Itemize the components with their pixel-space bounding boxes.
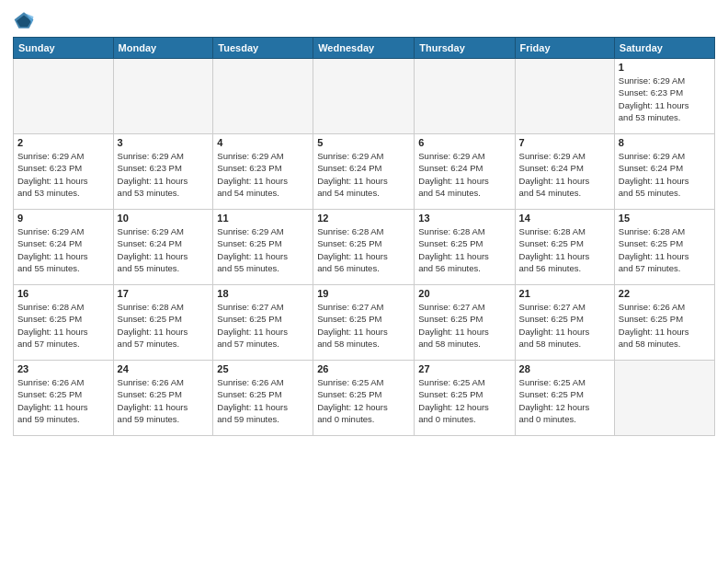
calendar-cell: 24Sunrise: 6:26 AM Sunset: 6:25 PM Dayli…	[113, 361, 213, 436]
calendar-table: Sunday Monday Tuesday Wednesday Thursday…	[13, 37, 715, 436]
calendar-cell: 3Sunrise: 6:29 AM Sunset: 6:23 PM Daylig…	[113, 134, 213, 210]
col-thursday: Thursday	[415, 38, 515, 59]
day-info: Sunrise: 6:25 AM Sunset: 6:25 PM Dayligh…	[418, 376, 510, 425]
day-info: Sunrise: 6:26 AM Sunset: 6:25 PM Dayligh…	[17, 376, 109, 425]
logo-icon	[13, 9, 35, 31]
calendar-cell: 10Sunrise: 6:29 AM Sunset: 6:24 PM Dayli…	[113, 210, 213, 285]
calendar-cell: 14Sunrise: 6:28 AM Sunset: 6:25 PM Dayli…	[515, 210, 614, 285]
day-number: 9	[17, 213, 109, 224]
day-info: Sunrise: 6:29 AM Sunset: 6:24 PM Dayligh…	[118, 225, 210, 274]
day-info: Sunrise: 6:28 AM Sunset: 6:25 PM Dayligh…	[519, 225, 610, 274]
calendar-cell	[14, 59, 114, 134]
calendar-cell: 4Sunrise: 6:29 AM Sunset: 6:23 PM Daylig…	[213, 134, 313, 210]
day-info: Sunrise: 6:26 AM Sunset: 6:25 PM Dayligh…	[118, 376, 210, 425]
day-number: 3	[118, 137, 210, 148]
header	[13, 9, 715, 31]
day-number: 27	[418, 363, 510, 374]
day-info: Sunrise: 6:27 AM Sunset: 6:25 PM Dayligh…	[317, 301, 410, 350]
calendar-page: Sunday Monday Tuesday Wednesday Thursday…	[0, 0, 728, 563]
calendar-cell	[415, 59, 515, 134]
calendar-cell: 9Sunrise: 6:29 AM Sunset: 6:24 PM Daylig…	[14, 210, 114, 285]
day-number: 20	[418, 288, 510, 299]
day-number: 22	[619, 288, 711, 299]
calendar-cell: 18Sunrise: 6:27 AM Sunset: 6:25 PM Dayli…	[213, 285, 313, 361]
calendar-cell: 2Sunrise: 6:29 AM Sunset: 6:23 PM Daylig…	[14, 134, 114, 210]
calendar-cell: 5Sunrise: 6:29 AM Sunset: 6:24 PM Daylig…	[313, 134, 415, 210]
calendar-week-row: 16Sunrise: 6:28 AM Sunset: 6:25 PM Dayli…	[14, 285, 715, 361]
day-info: Sunrise: 6:28 AM Sunset: 6:25 PM Dayligh…	[317, 225, 410, 274]
day-info: Sunrise: 6:29 AM Sunset: 6:25 PM Dayligh…	[217, 225, 309, 274]
calendar-cell: 8Sunrise: 6:29 AM Sunset: 6:24 PM Daylig…	[614, 134, 714, 210]
day-info: Sunrise: 6:28 AM Sunset: 6:25 PM Dayligh…	[619, 225, 711, 274]
col-tuesday: Tuesday	[213, 38, 313, 59]
calendar-cell: 27Sunrise: 6:25 AM Sunset: 6:25 PM Dayli…	[415, 361, 515, 436]
calendar-week-row: 23Sunrise: 6:26 AM Sunset: 6:25 PM Dayli…	[14, 361, 715, 436]
day-number: 1	[619, 62, 711, 73]
day-info: Sunrise: 6:29 AM Sunset: 6:24 PM Dayligh…	[17, 225, 109, 274]
calendar-week-row: 2Sunrise: 6:29 AM Sunset: 6:23 PM Daylig…	[14, 134, 715, 210]
calendar-cell: 6Sunrise: 6:29 AM Sunset: 6:24 PM Daylig…	[415, 134, 515, 210]
day-info: Sunrise: 6:29 AM Sunset: 6:23 PM Dayligh…	[619, 75, 711, 123]
day-info: Sunrise: 6:29 AM Sunset: 6:23 PM Dayligh…	[17, 150, 109, 199]
day-number: 12	[317, 213, 410, 224]
day-number: 14	[519, 213, 610, 224]
calendar-cell: 25Sunrise: 6:26 AM Sunset: 6:25 PM Dayli…	[213, 361, 313, 436]
day-number: 18	[217, 288, 309, 299]
day-number: 28	[519, 363, 610, 374]
day-number: 2	[17, 137, 109, 148]
day-number: 8	[619, 137, 711, 148]
day-number: 16	[17, 288, 109, 299]
col-monday: Monday	[113, 38, 213, 59]
day-number: 13	[418, 213, 510, 224]
calendar-cell: 28Sunrise: 6:25 AM Sunset: 6:25 PM Dayli…	[515, 361, 614, 436]
day-info: Sunrise: 6:29 AM Sunset: 6:24 PM Dayligh…	[418, 150, 510, 199]
day-info: Sunrise: 6:27 AM Sunset: 6:25 PM Dayligh…	[519, 301, 610, 350]
calendar-cell: 19Sunrise: 6:27 AM Sunset: 6:25 PM Dayli…	[313, 285, 415, 361]
day-number: 5	[317, 137, 410, 148]
calendar-cell: 26Sunrise: 6:25 AM Sunset: 6:25 PM Dayli…	[313, 361, 415, 436]
day-number: 6	[418, 137, 510, 148]
logo	[13, 9, 39, 31]
day-info: Sunrise: 6:27 AM Sunset: 6:25 PM Dayligh…	[418, 301, 510, 350]
calendar-cell: 21Sunrise: 6:27 AM Sunset: 6:25 PM Dayli…	[515, 285, 614, 361]
day-info: Sunrise: 6:29 AM Sunset: 6:24 PM Dayligh…	[317, 150, 410, 199]
day-info: Sunrise: 6:25 AM Sunset: 6:25 PM Dayligh…	[317, 376, 410, 425]
calendar-cell	[614, 361, 714, 436]
day-number: 7	[519, 137, 610, 148]
day-info: Sunrise: 6:29 AM Sunset: 6:23 PM Dayligh…	[118, 150, 210, 199]
calendar-cell	[113, 59, 213, 134]
day-info: Sunrise: 6:28 AM Sunset: 6:25 PM Dayligh…	[118, 301, 210, 350]
calendar-cell: 15Sunrise: 6:28 AM Sunset: 6:25 PM Dayli…	[614, 210, 714, 285]
day-info: Sunrise: 6:25 AM Sunset: 6:25 PM Dayligh…	[519, 376, 610, 425]
calendar-cell: 22Sunrise: 6:26 AM Sunset: 6:25 PM Dayli…	[614, 285, 714, 361]
calendar-week-row: 1Sunrise: 6:29 AM Sunset: 6:23 PM Daylig…	[14, 59, 715, 134]
calendar-cell: 20Sunrise: 6:27 AM Sunset: 6:25 PM Dayli…	[415, 285, 515, 361]
calendar-cell	[313, 59, 415, 134]
calendar-header-row: Sunday Monday Tuesday Wednesday Thursday…	[14, 38, 715, 59]
col-saturday: Saturday	[614, 38, 714, 59]
calendar-cell: 13Sunrise: 6:28 AM Sunset: 6:25 PM Dayli…	[415, 210, 515, 285]
day-info: Sunrise: 6:29 AM Sunset: 6:24 PM Dayligh…	[519, 150, 610, 199]
day-number: 17	[118, 288, 210, 299]
day-number: 19	[317, 288, 410, 299]
day-number: 26	[317, 363, 410, 374]
day-number: 11	[217, 213, 309, 224]
calendar-cell	[213, 59, 313, 134]
calendar-cell: 11Sunrise: 6:29 AM Sunset: 6:25 PM Dayli…	[213, 210, 313, 285]
calendar-cell: 12Sunrise: 6:28 AM Sunset: 6:25 PM Dayli…	[313, 210, 415, 285]
day-number: 25	[217, 363, 309, 374]
col-sunday: Sunday	[14, 38, 114, 59]
col-wednesday: Wednesday	[313, 38, 415, 59]
calendar-cell: 23Sunrise: 6:26 AM Sunset: 6:25 PM Dayli…	[14, 361, 114, 436]
day-number: 24	[118, 363, 210, 374]
day-info: Sunrise: 6:26 AM Sunset: 6:25 PM Dayligh…	[619, 301, 711, 350]
calendar-week-row: 9Sunrise: 6:29 AM Sunset: 6:24 PM Daylig…	[14, 210, 715, 285]
day-info: Sunrise: 6:28 AM Sunset: 6:25 PM Dayligh…	[17, 301, 109, 350]
day-number: 10	[118, 213, 210, 224]
day-number: 23	[17, 363, 109, 374]
calendar-cell: 17Sunrise: 6:28 AM Sunset: 6:25 PM Dayli…	[113, 285, 213, 361]
day-info: Sunrise: 6:27 AM Sunset: 6:25 PM Dayligh…	[217, 301, 309, 350]
calendar-cell	[515, 59, 614, 134]
day-info: Sunrise: 6:26 AM Sunset: 6:25 PM Dayligh…	[217, 376, 309, 425]
day-info: Sunrise: 6:29 AM Sunset: 6:24 PM Dayligh…	[619, 150, 711, 199]
